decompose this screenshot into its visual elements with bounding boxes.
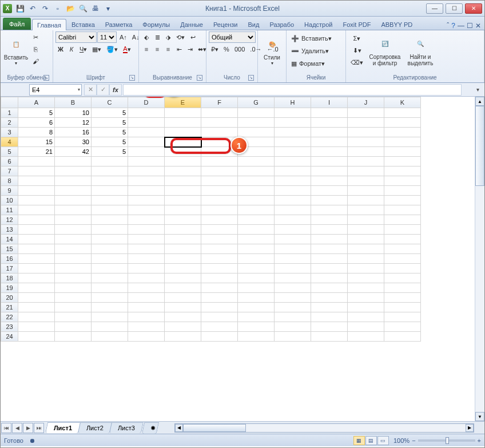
cell[interactable] — [92, 322, 128, 332]
cell[interactable] — [275, 293, 311, 303]
italic-button[interactable]: К — [66, 43, 77, 55]
format-cells-button[interactable]: ▦ Формат ▾ — [289, 58, 344, 69]
cell[interactable] — [348, 196, 384, 205]
comma-button[interactable]: 000 — [232, 43, 247, 55]
column-header[interactable]: J — [348, 97, 384, 108]
cell[interactable] — [55, 254, 92, 264]
formula-input[interactable] — [123, 84, 462, 96]
cell[interactable] — [165, 332, 201, 342]
cell[interactable]: 42 — [55, 147, 92, 157]
cell[interactable] — [311, 264, 348, 273]
cell[interactable] — [311, 322, 348, 332]
cell[interactable] — [18, 264, 55, 273]
cell[interactable] — [128, 137, 165, 147]
qat-open-icon[interactable]: 📂 — [65, 3, 76, 14]
name-box[interactable]: E4▾ — [29, 84, 82, 96]
row-header[interactable]: 8 — [1, 176, 18, 186]
row-header[interactable]: 7 — [1, 166, 18, 176]
sheet-nav-last-icon[interactable]: ⏭ — [34, 423, 44, 433]
cell[interactable] — [165, 128, 201, 137]
cell[interactable] — [201, 157, 238, 166]
align-top-button[interactable]: ⬖ — [141, 31, 152, 43]
cell[interactable] — [18, 332, 55, 342]
cell[interactable] — [311, 225, 348, 235]
fill-button[interactable]: ⬇▾ — [348, 45, 365, 56]
cell[interactable] — [18, 196, 55, 205]
qat-save-icon[interactable]: 💾 — [14, 3, 26, 14]
cell[interactable] — [384, 147, 421, 157]
cell[interactable] — [165, 322, 201, 332]
qat-more-icon[interactable]: ▾ — [102, 3, 114, 14]
cell[interactable] — [128, 235, 165, 244]
cell[interactable] — [275, 166, 311, 176]
cell[interactable] — [165, 108, 201, 118]
cell[interactable] — [311, 283, 348, 293]
cell[interactable] — [55, 196, 92, 205]
cell[interactable] — [201, 176, 238, 186]
cell[interactable] — [55, 244, 92, 254]
cell[interactable] — [348, 322, 384, 332]
cell[interactable] — [348, 332, 384, 342]
cell[interactable] — [165, 205, 201, 215]
mdi-restore-icon[interactable]: ☐ — [467, 22, 473, 30]
cell[interactable] — [92, 235, 128, 244]
cell[interactable] — [18, 322, 55, 332]
cell[interactable] — [201, 293, 238, 303]
cell[interactable] — [92, 293, 128, 303]
sheet-nav-first-icon[interactable]: ⏮ — [1, 423, 11, 433]
cell[interactable] — [311, 215, 348, 225]
cell[interactable] — [238, 118, 275, 128]
clear-button[interactable]: ⌫▾ — [348, 57, 365, 68]
cell[interactable] — [348, 205, 384, 215]
cell[interactable] — [275, 303, 311, 312]
align-right-button[interactable]: ≡ — [163, 43, 173, 55]
cell[interactable] — [384, 312, 421, 322]
row-header[interactable]: 21 — [1, 303, 18, 312]
cell[interactable] — [18, 303, 55, 312]
cell[interactable] — [348, 283, 384, 293]
row-header[interactable]: 22 — [1, 312, 18, 322]
cell[interactable] — [165, 254, 201, 264]
cell[interactable] — [384, 118, 421, 128]
qat-preview-icon[interactable]: 🔍 — [77, 3, 89, 14]
cell[interactable] — [128, 166, 165, 176]
cell[interactable] — [128, 254, 165, 264]
mdi-close-icon[interactable]: ✕ — [475, 22, 481, 30]
cell[interactable] — [55, 176, 92, 186]
cell[interactable] — [311, 186, 348, 196]
cell[interactable] — [238, 312, 275, 322]
cell[interactable] — [311, 147, 348, 157]
cell[interactable] — [238, 166, 275, 176]
cell[interactable] — [384, 166, 421, 176]
sheet-nav-prev-icon[interactable]: ◀ — [12, 423, 22, 433]
cell[interactable] — [55, 264, 92, 273]
cell[interactable] — [348, 293, 384, 303]
cell[interactable] — [201, 166, 238, 176]
cell[interactable] — [201, 322, 238, 332]
currency-button[interactable]: ₽▾ — [209, 43, 221, 55]
column-header[interactable]: F — [201, 97, 238, 108]
cell[interactable] — [55, 283, 92, 293]
cell[interactable] — [92, 166, 128, 176]
cell[interactable] — [348, 157, 384, 166]
column-header[interactable]: E — [165, 97, 201, 108]
align-bottom-button[interactable]: ⬗ — [163, 31, 173, 43]
cell[interactable] — [18, 293, 55, 303]
cell[interactable] — [18, 176, 55, 186]
cell[interactable] — [92, 312, 128, 322]
cell[interactable]: 21 — [18, 147, 55, 157]
row-header[interactable]: 12 — [1, 215, 18, 225]
enter-formula-button[interactable]: ✓ — [97, 84, 109, 96]
row-header[interactable]: 24 — [1, 332, 18, 342]
cell[interactable] — [311, 205, 348, 215]
cell[interactable] — [92, 225, 128, 235]
tab-вставка[interactable]: Вставка — [66, 18, 100, 30]
cell[interactable] — [384, 283, 421, 293]
fill-color-button[interactable]: 🪣▾ — [104, 43, 120, 55]
cell[interactable] — [348, 244, 384, 254]
cell[interactable] — [55, 322, 92, 332]
cell[interactable] — [165, 215, 201, 225]
cell[interactable] — [128, 147, 165, 157]
cell[interactable] — [92, 186, 128, 196]
cell[interactable] — [18, 273, 55, 283]
